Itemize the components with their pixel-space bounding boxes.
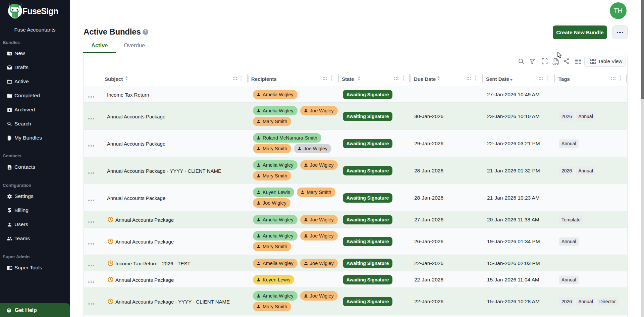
svg-text:CSV: CSV (552, 62, 558, 65)
